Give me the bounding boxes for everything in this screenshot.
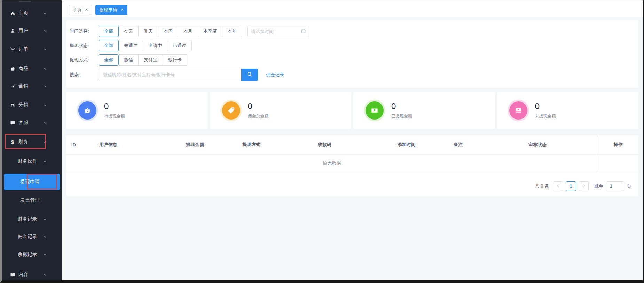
sidebar-item-content[interactable]: 内容 — [2, 268, 62, 282]
chevron-left-icon — [556, 183, 560, 189]
home-icon — [10, 10, 15, 16]
stat-icon-halo — [364, 100, 385, 121]
pagination-total: 共 0 条 — [535, 183, 549, 189]
empty-actions-cell — [598, 154, 638, 172]
filter-label: 提现状态: — [70, 43, 99, 49]
withdrawal-table: ID 用户信息 提现金额 提现方式 收款码 添加时间 备注 审核状态 操作 暂无… — [66, 135, 638, 172]
close-icon[interactable] — [85, 8, 88, 12]
filter-row-search: 搜索: 佣金记录 — [70, 69, 638, 81]
stat-label: 待提现金额 — [104, 113, 125, 119]
time-option-yesterday[interactable]: 昨天 — [138, 26, 158, 37]
date-picker-input[interactable] — [247, 26, 309, 37]
cash-icon — [509, 101, 527, 120]
search-button[interactable] — [241, 69, 258, 81]
chevron-down-icon — [43, 235, 47, 239]
tab-label: 提现申请 — [99, 7, 117, 13]
stat-icon-halo — [220, 100, 242, 121]
sidebar-item-marketing[interactable]: 营销 — [2, 79, 62, 93]
sidebar-item-home[interactable]: 主页 — [2, 6, 62, 20]
tab-home[interactable]: 主页 — [69, 5, 92, 15]
filter-row-status: 提现状态: 全部 未通过 申请中 已通过 — [70, 40, 638, 51]
sidebar-item-products[interactable]: 商品 — [2, 62, 62, 76]
stat-label: 未提现金额 — [535, 113, 556, 119]
sidebar-item-label: 商品 — [18, 66, 28, 72]
chevron-down-icon — [43, 217, 47, 221]
filter-row-time: 时间选择: 全部 今天 昨天 本周 本月 本季度 本年 — [70, 26, 638, 37]
stat-text: 0 已提现金额 — [391, 102, 412, 119]
page-unit-label: 页 — [627, 183, 631, 189]
method-option-wechat[interactable]: 微信 — [118, 54, 139, 66]
chevron-down-icon — [43, 121, 47, 125]
col-user-info: 用户信息 — [94, 135, 162, 154]
sidebar: ▒▒▒▒ 主页 用户 订单 商品 营销 分销 — [2, 0, 62, 280]
next-page-button[interactable] — [579, 181, 589, 191]
chevron-down-icon — [43, 103, 47, 107]
time-option-this-month[interactable]: 本月 — [178, 26, 198, 37]
chevron-down-icon — [43, 12, 47, 15]
bag-icon — [10, 66, 15, 71]
status-option-all[interactable]: 全部 — [99, 40, 119, 51]
chevron-down-icon — [43, 84, 47, 88]
jump-page-input[interactable] — [606, 181, 624, 191]
method-option-alipay[interactable]: 支付宝 — [138, 54, 163, 66]
sidebar-item-commission-records[interactable]: 佣金记录 — [2, 230, 62, 244]
status-option-approved[interactable]: 已通过 — [167, 40, 192, 51]
sidebar-item-withdrawal-application[interactable]: 提现申请 — [2, 175, 62, 189]
time-option-today[interactable]: 今天 — [118, 26, 139, 37]
col-id: ID — [66, 135, 94, 154]
method-button-group: 全部 微信 支付宝 银行卡 — [99, 54, 187, 66]
chevron-down-icon — [43, 273, 47, 277]
page-number-button[interactable]: 1 — [566, 181, 576, 191]
sidebar-item-users[interactable]: 用户 — [2, 24, 62, 38]
sidebar-item-label: 余额记录 — [18, 251, 37, 258]
search-box — [99, 69, 258, 81]
clipped-logo: ▒▒▒▒ — [19, 0, 43, 2]
commission-records-link[interactable]: 佣金记录 — [266, 72, 284, 78]
sidebar-item-finance-records[interactable]: 财务记录 — [2, 212, 62, 226]
tab-withdrawal-application[interactable]: 提现申请 — [95, 5, 127, 15]
time-option-this-quarter[interactable]: 本季度 — [198, 26, 222, 37]
sidebar-item-label: 客服 — [18, 120, 28, 126]
time-option-this-year[interactable]: 本年 — [222, 26, 242, 37]
status-option-rejected[interactable]: 未通过 — [118, 40, 143, 51]
sidebar-item-invoice-management[interactable]: 发票管理 — [2, 193, 62, 207]
cart-icon — [10, 46, 15, 52]
col-add-time: 添加时间 — [374, 135, 439, 154]
sidebar-item-support[interactable]: 客服 — [2, 116, 62, 130]
time-option-this-week[interactable]: 本周 — [158, 26, 178, 37]
sidebar-item-distribution[interactable]: 分销 — [2, 98, 62, 112]
search-input[interactable] — [99, 69, 241, 81]
main-content: 主页 提现申请 时间选择: 全部 今天 昨天 本周 本月 本季度 本年 — [62, 0, 643, 280]
time-option-all[interactable]: 全部 — [99, 26, 119, 37]
filter-label: 搜索: — [70, 72, 99, 78]
stat-value: 0 — [391, 102, 412, 111]
pagination: 共 0 条 1 跳至 页 — [66, 181, 631, 191]
sidebar-item-orders[interactable]: 订单 — [2, 42, 62, 56]
method-option-all[interactable]: 全部 — [99, 54, 119, 66]
sidebar-item-label: 发票管理 — [20, 197, 40, 204]
chevron-down-icon — [43, 67, 47, 71]
banknote-icon — [366, 101, 384, 120]
sidebar-item-balance-records[interactable]: 余额记录 — [2, 247, 62, 261]
col-withdraw-method: 提现方式 — [228, 135, 275, 154]
sidebar-item-finance[interactable]: 财务 — [2, 135, 62, 149]
sidebar-item-label: 主页 — [18, 10, 28, 16]
stat-text: 0 未提现金额 — [535, 102, 556, 119]
status-option-pending[interactable]: 申请中 — [143, 40, 167, 51]
tag-icon — [222, 101, 240, 120]
prev-page-button[interactable] — [553, 181, 563, 191]
stat-label: 佣金总金额 — [248, 113, 269, 119]
withdrawal-table-card: ID 用户信息 提现金额 提现方式 收款码 添加时间 备注 审核状态 操作 暂无… — [66, 135, 638, 196]
col-remark: 备注 — [439, 135, 478, 154]
col-withdraw-amount: 提现金额 — [162, 135, 228, 154]
close-icon[interactable] — [120, 8, 124, 12]
stat-value: 0 — [535, 102, 556, 111]
filter-label: 时间选择: — [70, 28, 99, 35]
method-option-bankcard[interactable]: 银行卡 — [163, 54, 187, 66]
sidebar-item-finance-ops[interactable]: 财务操作 — [2, 154, 62, 168]
chevron-down-icon — [43, 47, 47, 51]
stat-text: 0 佣金总金额 — [248, 102, 269, 119]
sidebar-item-label: 用户 — [18, 28, 28, 34]
chevron-right-icon — [582, 183, 586, 189]
date-picker — [247, 26, 309, 37]
